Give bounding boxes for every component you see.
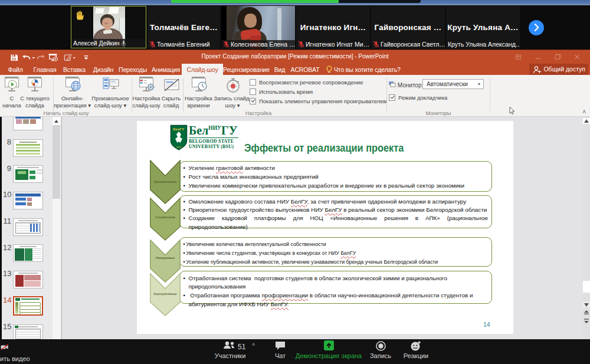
svg-text:1876: 1876: [176, 146, 182, 149]
svg-text:БелГУ: БелГУ: [173, 127, 185, 131]
